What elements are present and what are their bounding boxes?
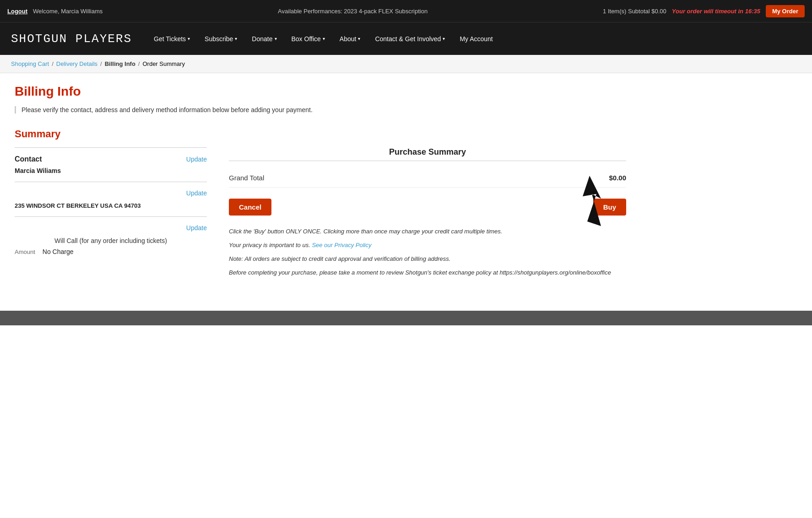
nav-contact[interactable]: Contact & Get Involved ▾ [368, 22, 452, 55]
disclaimer-credit-card: Note: All orders are subject to credit c… [229, 254, 626, 264]
contact-label: Contact [15, 155, 42, 163]
billing-address: 235 WINDSOR CT BERKELEY USA CA 94703 [15, 202, 207, 209]
delivery-update-wrapper: Update [15, 224, 207, 232]
main-content: Billing Info Please verify the contact, … [0, 73, 641, 292]
timeout-warning: Your order will timeout in 16:35 [672, 8, 760, 15]
breadcrumb: Shopping Cart / Delivery Details / Billi… [0, 55, 812, 73]
nav-about[interactable]: About ▾ [332, 22, 368, 55]
privacy-policy-link[interactable]: See our Privacy Policy [312, 242, 371, 248]
nav-subscribe[interactable]: Subscribe ▾ [197, 22, 244, 55]
grand-total-row: Grand Total $0.00 [229, 168, 626, 188]
billing-right-column: Purchase Summary Grand Total $0.00 Cance… [229, 147, 626, 281]
action-buttons: Cancel Buy [229, 199, 626, 216]
contact-header: Contact Update [15, 155, 207, 163]
customer-name: Marcia Wiliams [15, 167, 207, 174]
nav-bar: SHOTGUN PLAYERS Get Tickets ▾ Subscribe … [0, 22, 812, 55]
breadcrumb-separator: / [52, 60, 54, 67]
top-bar: Logout Welcome, Marcia Williams Availabl… [0, 0, 812, 22]
disclaimer-privacy: Your privacy is important to us. See our… [229, 240, 626, 250]
cancel-button[interactable]: Cancel [229, 199, 271, 216]
summary-section-title: Summary [15, 128, 626, 140]
nav-get-tickets[interactable]: Get Tickets ▾ [146, 22, 197, 55]
page-description: Please verify the contact, address and d… [15, 106, 626, 113]
chevron-down-icon: ▾ [235, 36, 237, 41]
chevron-down-icon: ▾ [358, 36, 360, 41]
billing-left-column: Contact Update Marcia Wiliams Update 235… [15, 147, 207, 281]
page-title: Billing Info [15, 84, 626, 99]
subtotal-display: 1 Item(s) Subtotal $0.00 [603, 8, 666, 15]
amount-row: Amount No Charge [15, 248, 207, 255]
my-order-button[interactable]: My Order [766, 5, 805, 17]
amount-label: Amount [15, 248, 35, 255]
address-section: Update 235 WINDSOR CT BERKELEY USA CA 94… [15, 182, 207, 209]
nav-my-account[interactable]: My Account [452, 22, 500, 55]
breadcrumb-order-summary: Order Summary [142, 60, 184, 67]
chevron-down-icon: ▾ [188, 36, 190, 41]
breadcrumb-separator: / [100, 60, 102, 67]
address-update-wrapper: Update [15, 189, 207, 197]
will-call-text: Will Call (for any order including ticke… [15, 237, 207, 244]
contact-section: Contact Update Marcia Wiliams [15, 147, 207, 174]
welcome-message: Welcome, Marcia Williams [33, 8, 103, 15]
disclaimer-text: Click the 'Buy' button ONLY ONCE. Clicki… [229, 227, 626, 278]
chevron-down-icon: ▾ [275, 36, 277, 41]
chevron-down-icon: ▾ [323, 36, 325, 41]
nav-box-office[interactable]: Box Office ▾ [284, 22, 332, 55]
breadcrumb-billing-info: Billing Info [105, 60, 135, 67]
nav-links: Get Tickets ▾ Subscribe ▾ Donate ▾ Box O… [146, 22, 801, 55]
available-performances: Available Performances: 2023 4-pack FLEX… [108, 8, 597, 15]
buy-button[interactable]: Buy [593, 199, 626, 216]
contact-update-link[interactable]: Update [186, 156, 207, 163]
nav-donate[interactable]: Donate ▾ [244, 22, 284, 55]
grand-total-label: Grand Total [229, 174, 264, 182]
disclaimer-once: Click the 'Buy' button ONLY ONCE. Clicki… [229, 227, 626, 237]
billing-layout: Contact Update Marcia Wiliams Update 235… [15, 147, 626, 281]
breadcrumb-separator: / [138, 60, 140, 67]
breadcrumb-shopping-cart[interactable]: Shopping Cart [11, 60, 49, 67]
amount-value: No Charge [43, 248, 74, 255]
chevron-down-icon: ▾ [443, 36, 445, 41]
disclaimer-exchange-policy: Before completing your purchase, please … [229, 268, 626, 278]
delivery-section: Update Will Call (for any order includin… [15, 216, 207, 255]
site-logo[interactable]: SHOTGUN PLAYERS [11, 32, 132, 46]
breadcrumb-delivery-details[interactable]: Delivery Details [56, 60, 97, 67]
delivery-update-link[interactable]: Update [186, 224, 207, 232]
logout-button[interactable]: Logout [7, 8, 27, 15]
address-update-link[interactable]: Update [186, 189, 207, 197]
purchase-summary-title: Purchase Summary [229, 147, 626, 161]
grand-total-amount: $0.00 [609, 174, 626, 182]
footer [0, 311, 812, 325]
